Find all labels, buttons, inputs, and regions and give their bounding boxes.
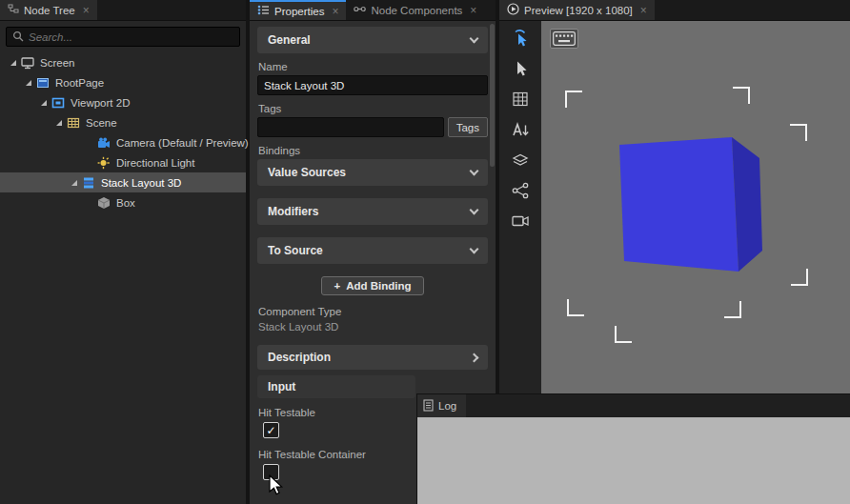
to-source-header[interactable]: To Source bbox=[257, 237, 488, 264]
tree-item-box[interactable]: Box bbox=[0, 192, 246, 212]
page-icon bbox=[35, 76, 51, 90]
chevron-down-icon bbox=[470, 245, 479, 254]
app-window: Node Tree × Screen R bbox=[0, 0, 850, 504]
node-tree-panel: Node Tree × Screen R bbox=[0, 0, 246, 504]
node-graph-tool-button[interactable] bbox=[510, 181, 531, 200]
hit-testable-label: Hit Testable bbox=[258, 407, 415, 418]
tree-item-rootpage[interactable]: RootPage bbox=[0, 72, 246, 92]
tree-item-stack-layout-3d[interactable]: Stack Layout 3D bbox=[0, 172, 246, 192]
section-title: Modifiers bbox=[268, 205, 318, 218]
hit-testable-checkbox[interactable]: ✓ bbox=[263, 422, 279, 438]
tab-label: Properties bbox=[274, 6, 324, 17]
tree-item-scene[interactable]: Scene bbox=[0, 112, 246, 132]
modifiers-header[interactable]: Modifiers bbox=[257, 198, 488, 225]
checkmark-icon: ✓ bbox=[266, 425, 275, 436]
close-icon[interactable]: × bbox=[332, 6, 338, 17]
description-section-header[interactable]: Description bbox=[257, 345, 488, 370]
play-circle-icon bbox=[507, 3, 519, 17]
light-icon bbox=[96, 156, 111, 170]
hit-testable-container-label: Hit Testable Container bbox=[258, 449, 415, 460]
tree-item-screen[interactable]: Screen bbox=[0, 52, 246, 72]
chevron-down-icon bbox=[470, 206, 479, 215]
properties-icon bbox=[257, 5, 270, 17]
close-icon[interactable]: × bbox=[83, 5, 90, 16]
preview-toolbar bbox=[499, 21, 541, 393]
chevron-right-icon bbox=[470, 353, 479, 362]
component-type-value: Stack Layout 3D bbox=[258, 321, 488, 333]
value-sources-header[interactable]: Value Sources bbox=[257, 159, 488, 186]
close-icon[interactable]: × bbox=[470, 5, 476, 16]
tab-log[interactable]: Log bbox=[417, 394, 466, 417]
expander-icon[interactable] bbox=[21, 80, 35, 86]
layers-tool-button[interactable] bbox=[510, 151, 531, 170]
search-icon bbox=[12, 29, 24, 46]
tab-node-components[interactable]: Node Components × bbox=[346, 0, 484, 20]
tree-item-label: Stack Layout 3D bbox=[101, 177, 181, 189]
expander-icon[interactable] bbox=[6, 60, 20, 66]
node-tree: Screen RootPage Viewport 2D bbox=[0, 52, 246, 212]
tab-properties[interactable]: Properties × bbox=[250, 0, 346, 20]
tree-item-label: RootPage bbox=[55, 77, 104, 89]
node-components-icon bbox=[354, 4, 366, 16]
tab-label: Node Components bbox=[371, 5, 462, 16]
general-section-header[interactable]: General bbox=[257, 27, 488, 53]
box-icon bbox=[96, 196, 111, 210]
tree-item-label: Camera (Default / Preview) bbox=[116, 137, 249, 149]
sort-alpha-tool-button[interactable] bbox=[510, 120, 531, 139]
section-title: To Source bbox=[268, 244, 323, 257]
tab-label: Log bbox=[438, 400, 456, 412]
preview-viewport[interactable] bbox=[541, 21, 850, 393]
search-box[interactable] bbox=[6, 27, 240, 47]
tags-button-label: Tags bbox=[456, 122, 479, 133]
tree-item-directional-light[interactable]: Directional Light bbox=[0, 152, 246, 172]
tags-button[interactable]: Tags bbox=[448, 117, 488, 137]
section-title: Description bbox=[268, 351, 331, 364]
tab-preview[interactable]: Preview [1920 x 1080] × bbox=[499, 0, 655, 20]
tab-node-tree[interactable]: Node Tree × bbox=[0, 0, 97, 20]
tree-item-label: Directional Light bbox=[116, 157, 194, 169]
expander-icon[interactable] bbox=[51, 120, 66, 126]
tree-item-label: Screen bbox=[40, 57, 74, 69]
tags-label: Tags bbox=[258, 103, 488, 114]
tree-item-label: Viewport 2D bbox=[71, 97, 130, 109]
tree-item-viewport-2d[interactable]: Viewport 2D bbox=[0, 92, 246, 112]
stack-layout-icon bbox=[81, 176, 96, 190]
tree-item-label: Box bbox=[116, 197, 135, 209]
camera-tool-button[interactable] bbox=[510, 212, 531, 231]
plus-icon: + bbox=[334, 280, 340, 292]
preview-tabbar: Preview [1920 x 1080] × bbox=[499, 0, 850, 21]
properties-tabbar: Properties × Node Components × bbox=[250, 0, 496, 21]
bindings-label: Bindings bbox=[258, 145, 488, 156]
preview-panel: Preview [1920 x 1080] × bbox=[499, 0, 850, 393]
name-input[interactable] bbox=[257, 75, 488, 95]
chevron-down-icon bbox=[470, 167, 479, 176]
node-tree-icon bbox=[8, 4, 19, 16]
tab-label: Preview [1920 x 1080] bbox=[524, 5, 633, 16]
tree-item-camera[interactable]: Camera (Default / Preview) bbox=[0, 132, 246, 152]
tab-label: Node Tree bbox=[24, 5, 75, 16]
expander-icon[interactable] bbox=[67, 180, 81, 186]
log-document-icon bbox=[423, 399, 434, 413]
select-tool-button[interactable] bbox=[510, 59, 531, 78]
grid-tool-button[interactable] bbox=[510, 90, 531, 109]
section-title: Input bbox=[268, 380, 295, 393]
log-content-area[interactable] bbox=[417, 417, 850, 504]
cube-3d-object[interactable] bbox=[619, 137, 762, 272]
close-icon[interactable]: × bbox=[640, 5, 647, 16]
interact-tool-button[interactable] bbox=[510, 29, 531, 48]
log-tabbar: Log bbox=[417, 394, 850, 417]
tags-input[interactable] bbox=[257, 117, 444, 137]
tree-item-label: Scene bbox=[86, 117, 117, 129]
camera-node-icon bbox=[96, 136, 111, 150]
search-input[interactable] bbox=[29, 31, 233, 43]
input-section-header[interactable]: Input bbox=[257, 375, 415, 398]
name-label: Name bbox=[258, 61, 488, 72]
expander-icon[interactable] bbox=[36, 100, 51, 106]
screen-icon bbox=[20, 56, 35, 70]
chevron-down-icon bbox=[470, 34, 479, 44]
section-title: General bbox=[268, 33, 311, 47]
node-tree-tabbar: Node Tree × bbox=[0, 0, 246, 21]
viewport-icon bbox=[51, 96, 66, 110]
add-binding-button[interactable]: + Add Binding bbox=[321, 276, 423, 295]
properties-scrollbar[interactable] bbox=[490, 24, 495, 167]
